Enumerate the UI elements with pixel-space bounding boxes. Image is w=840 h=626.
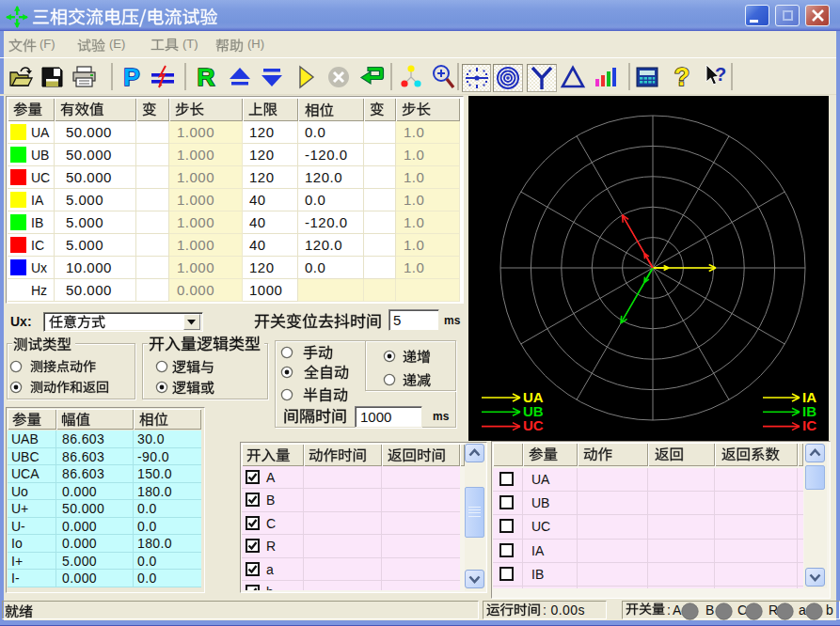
svg-text:P: P xyxy=(123,63,139,91)
svg-text:?: ? xyxy=(674,63,690,91)
svg-text:R: R xyxy=(198,63,215,91)
svg-text:?: ? xyxy=(715,64,726,85)
